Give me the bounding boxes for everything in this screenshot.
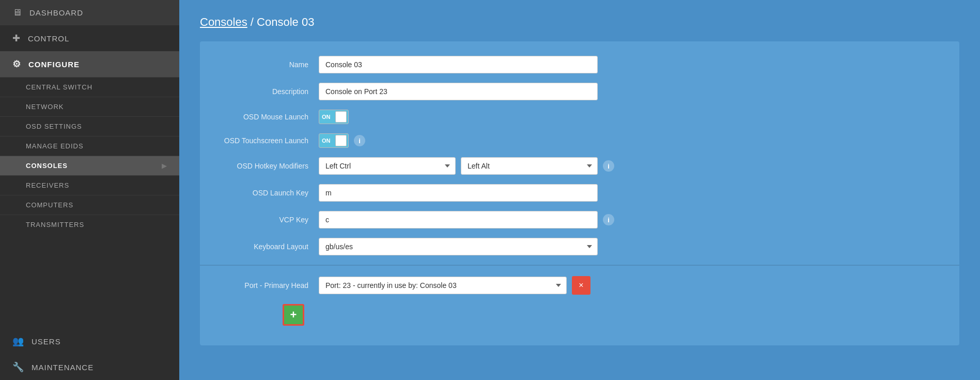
osd-launch-key-input[interactable] [319,184,598,202]
osd-touchscreen-track: ON [319,133,349,148]
port-primary-head-select[interactable]: Port: 23 - currently in use by: Console … [319,277,567,294]
name-input[interactable] [319,56,598,73]
port-select-wrap: Port: 23 - currently in use by: Console … [319,276,590,295]
main-content: Consoles / Console 03 Name Description O… [179,0,980,380]
osd-launch-key-row: OSD Launch Key [215,184,944,202]
osd-mouse-label: OSD Mouse Launch [215,113,319,121]
sidebar-item-configure[interactable]: ⚙ CONFIGURE [0,51,179,77]
hotkey-modifier-1-select[interactable]: Left Ctrl Right Ctrl Left Shift Right Sh… [319,157,456,175]
osd-hotkey-info-icon[interactable]: i [603,160,614,172]
keyboard-layout-label: Keyboard Layout [215,242,319,251]
osd-hotkey-label: OSD Hotkey Modifiers [215,162,319,170]
section-divider [200,265,959,266]
users-icon: 👥 [12,336,24,347]
sidebar-item-osd-settings[interactable]: OSD SETTINGS [0,116,179,136]
sidebar-item-receivers[interactable]: RECEIVERS [0,175,179,195]
vcp-key-label: VCP Key [215,216,319,224]
remove-port-button[interactable]: × [572,276,590,295]
osd-mouse-toggle-wrapper: ON [319,110,349,124]
osd-touchscreen-on-label: ON [322,138,331,144]
sidebar-item-control[interactable]: ✚ CONTROL [0,25,179,51]
osd-touchscreen-label: OSD Touchscreen Launch [215,136,319,145]
port-primary-head-row: Port - Primary Head Port: 23 - currently… [215,276,944,295]
add-port-row: + [215,304,944,326]
vcp-key-input[interactable] [319,211,598,229]
osd-launch-key-label: OSD Launch Key [215,189,319,197]
osd-mouse-thumb [335,111,347,123]
sidebar: 🖥 DASHBOARD ✚ CONTROL ⚙ CONFIGURE CENTRA… [0,0,179,380]
port-primary-head-label: Port - Primary Head [215,281,319,290]
description-row: Description [215,83,944,100]
sidebar-item-users[interactable]: 👥 USERS [0,328,179,354]
osd-touchscreen-toggle[interactable]: ON [319,133,349,148]
osd-hotkey-row: OSD Hotkey Modifiers Left Ctrl Right Ctr… [215,157,944,175]
hotkey-selects-wrapper: Left Ctrl Right Ctrl Left Shift Right Sh… [319,157,598,175]
dashboard-icon: 🖥 [12,7,22,18]
keyboard-layout-row: Keyboard Layout gb/us/es us gb de fr [215,238,944,255]
vcp-key-info-icon[interactable]: i [603,214,614,225]
maintenance-icon: 🔧 [12,361,24,373]
name-label: Name [215,60,319,69]
form-card: Name Description OSD Mouse Launch ON [200,41,959,345]
breadcrumb: Consoles / Console 03 [200,16,959,29]
osd-touchscreen-info-icon[interactable]: i [354,135,365,146]
sidebar-item-transmitters[interactable]: TRANSMITTERS [0,215,179,234]
osd-touchscreen-row: OSD Touchscreen Launch ON i [215,133,944,148]
breadcrumb-current: Console 03 [257,16,314,28]
sidebar-item-computers[interactable]: COMPUTERS [0,195,179,215]
osd-mouse-track: ON [319,110,349,124]
breadcrumb-separator: / [251,16,257,28]
breadcrumb-link[interactable]: Consoles [200,16,247,28]
osd-touchscreen-toggle-wrapper: ON [319,133,349,148]
sidebar-item-maintenance[interactable]: 🔧 MAINTENANCE [0,354,179,380]
control-icon: ✚ [12,33,21,44]
description-label: Description [215,87,319,96]
osd-mouse-row: OSD Mouse Launch ON [215,110,944,124]
vcp-key-row: VCP Key i [215,211,944,229]
consoles-arrow: ▶ [162,162,167,170]
sidebar-item-manage-edids[interactable]: MANAGE EDIDS [0,136,179,156]
osd-touchscreen-thumb [335,135,347,146]
osd-mouse-on-label: ON [322,114,331,120]
sidebar-item-central-switch[interactable]: CENTRAL SWITCH [0,77,179,97]
osd-mouse-toggle[interactable]: ON [319,110,349,124]
keyboard-layout-select[interactable]: gb/us/es us gb de fr [319,238,598,255]
configure-icon: ⚙ [12,58,21,70]
description-input[interactable] [319,83,598,100]
sidebar-item-dashboard[interactable]: 🖥 DASHBOARD [0,0,179,25]
hotkey-modifier-2-select[interactable]: Left Alt Right Alt Left Ctrl Right Ctrl … [461,157,598,175]
sidebar-item-consoles[interactable]: CONSOLES ▶ [0,156,179,175]
name-row: Name [215,56,944,73]
sidebar-item-network[interactable]: NETWORK [0,97,179,116]
add-port-button[interactable]: + [283,304,304,326]
